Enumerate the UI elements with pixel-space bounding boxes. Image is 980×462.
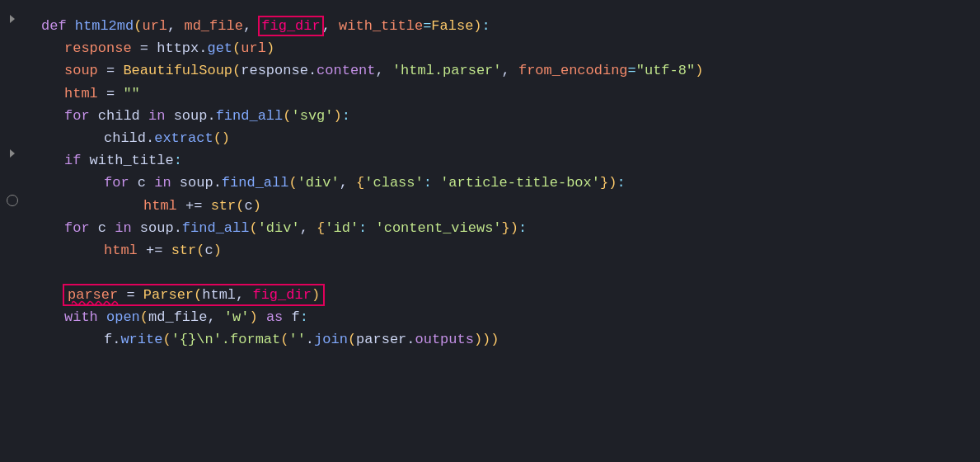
token-colon-if: :: [174, 153, 182, 168]
token-kw-in3: in: [115, 220, 140, 236]
token-str-div1: 'div': [298, 175, 340, 191]
token-comma-2: ,: [243, 18, 260, 34]
token-extract: extract: [154, 130, 213, 146]
token-colon-1: :: [482, 18, 490, 34]
token-kw-if: if: [64, 153, 90, 168]
code-line-15: f.write('{}\n'.format(''.join(parser.out…: [0, 328, 980, 351]
token-var-soup: soup: [64, 63, 98, 78]
token-response-2: response: [241, 63, 308, 78]
token-c1: c: [138, 175, 154, 191]
token-paren-open2: (: [140, 309, 148, 325]
token-var-parser: parser: [68, 287, 118, 303]
token-eq-response: =: [132, 40, 157, 56]
line-content-11: html += str(c): [25, 239, 980, 262]
token-paren-join: (: [348, 332, 356, 347]
token-str-atb: 'article-title-box': [440, 175, 600, 191]
token-param-figdir-highlighted: fig_dir: [260, 17, 321, 35]
token-param-url: url: [142, 18, 167, 34]
token-kw-in1: in: [148, 108, 174, 124]
line-content-15: f.write('{}\n'.format(''.join(parser.out…: [25, 328, 980, 351]
token-dot-6: .: [174, 220, 182, 236]
token-kw-for1: for: [64, 108, 98, 124]
gutter-1: [0, 15, 25, 23]
token-paren-div2: (: [249, 220, 257, 236]
token-paren-div1: (: [288, 175, 297, 191]
token-false: False: [431, 18, 473, 34]
collapse-arrow-1[interactable]: [10, 15, 15, 23]
code-line-2: response = httpx.get(url): [0, 37, 980, 59]
line-content-13: parser = Parser(html, fig_dir): [25, 284, 980, 306]
token-child: child: [98, 108, 148, 124]
token-comma-div2: ,: [300, 220, 317, 236]
breakpoint-9[interactable]: [7, 195, 18, 206]
token-kw-as: as: [266, 309, 292, 325]
code-line-8: for c in soup.find_all('div', {'class': …: [0, 172, 980, 194]
token-param-mdfile: md_file: [184, 18, 242, 34]
line-content-3: soup = BeautifulSoup(response.content, '…: [25, 59, 980, 82]
token-comma-bs: ,: [376, 63, 392, 78]
token-eq-parser: =: [118, 287, 143, 303]
token-eq-soup: =: [98, 63, 124, 78]
token-kw-def: def: [41, 18, 75, 34]
line-content-8: for c in soup.find_all('div', {'class': …: [25, 172, 980, 194]
token-findall-svg: find_all: [216, 108, 284, 124]
token-fn-open: open: [106, 309, 140, 325]
token-dot-4: .: [146, 130, 154, 146]
token-colon-class: :: [424, 175, 440, 191]
token-c4: c: [204, 243, 213, 258]
token-findall-div2: find_all: [182, 220, 250, 236]
token-eq-fromenc: =: [628, 63, 636, 78]
code-line-13: parser = Parser(html, fig_dir): [0, 284, 980, 306]
collapse-arrow-7[interactable]: [10, 149, 15, 158]
line-content-12: [25, 262, 980, 284]
token-paren-svg: (: [283, 108, 291, 124]
token-colon-for3: :: [518, 220, 527, 236]
token-arg-url: url: [241, 40, 266, 56]
token-mdfile-arg: md_file: [148, 309, 207, 325]
line-content-5: for child in soup.find_all('svg'):: [25, 105, 980, 127]
token-str-svg: 'svg': [291, 108, 333, 124]
token-kw-for3: for: [64, 220, 98, 236]
token-cls-str2: str: [171, 243, 197, 258]
token-c2: c: [244, 198, 252, 214]
token-brace-open2: {: [317, 220, 325, 236]
token-param-fromenc: from_encoding: [518, 63, 628, 78]
token-dot-1: .: [199, 40, 207, 56]
token-figdir-arg: fig_dir: [252, 287, 311, 303]
line-content-1: def html2md(url, md_file, fig_dir, with_…: [25, 15, 980, 37]
token-comma-1: ,: [167, 18, 184, 34]
token-key-id: 'id': [325, 220, 359, 236]
token-str-cv: 'content_views': [376, 220, 502, 236]
token-findall-div1: find_all: [222, 175, 289, 191]
token-withtitle: with_title: [90, 153, 174, 168]
token-param-withtitle: with_title: [339, 18, 423, 34]
token-dot-7: .: [112, 332, 120, 347]
token-f: f: [291, 309, 299, 325]
token-str-htmlparser: 'html.parser': [392, 63, 502, 78]
token-comma-open: ,: [207, 309, 223, 325]
token-colon-id: :: [359, 220, 375, 236]
token-paren-str1-close: ): [253, 198, 261, 214]
token-httpx: httpx: [157, 40, 199, 56]
token-soup-2: soup: [180, 175, 213, 191]
token-str-format: '{}\n'.format: [171, 332, 281, 347]
token-dot-2: .: [308, 63, 317, 78]
token-str-empty: "": [123, 86, 139, 101]
token-dot-8: .: [306, 332, 314, 347]
token-method-write: write: [120, 332, 162, 347]
gutter-7: [0, 149, 25, 158]
code-line-14: with open(md_file, 'w') as f:: [0, 306, 980, 328]
token-str-utf8: "utf-8": [636, 63, 695, 78]
token-paren-fmt: (: [280, 332, 288, 347]
token-kw-in2: in: [154, 175, 180, 191]
token-brace-close1: }): [600, 175, 617, 191]
token-paren-extract: (): [213, 130, 230, 146]
token-c3: c: [98, 220, 115, 236]
code-line-3: soup = BeautifulSoup(response.content, '…: [0, 59, 980, 82]
token-paren-bs: (: [232, 63, 241, 78]
code-line-6: child.extract(): [0, 127, 980, 149]
token-attr-content: content: [317, 63, 375, 78]
token-paren-write: (: [162, 332, 171, 347]
token-dot-9: .: [406, 332, 415, 347]
line-content-4: html = "": [25, 82, 980, 105]
